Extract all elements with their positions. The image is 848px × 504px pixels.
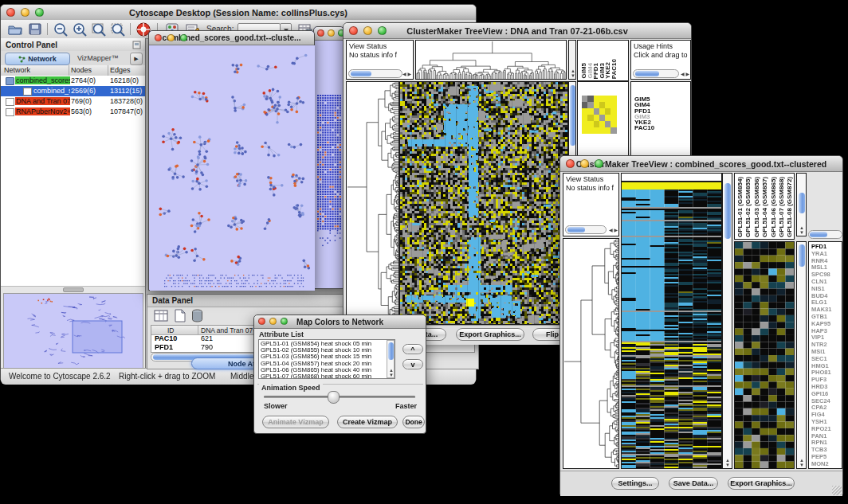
splitter-handle[interactable] [63, 287, 84, 292]
resize-grip[interactable] [832, 486, 842, 495]
speed-slider-track[interactable] [264, 396, 415, 398]
scrollbar-thumb[interactable] [810, 232, 827, 237]
network-table-row[interactable]: combined_sco2569(6)13112(15) [1, 86, 145, 96]
tv1-row-dendrogram[interactable] [346, 81, 399, 325]
tv2-row-dendrogram[interactable] [563, 238, 619, 469]
network-overview-panel[interactable] [3, 293, 143, 370]
matrix-cell[interactable] [594, 102, 599, 108]
data-row-value[interactable]: 621 [201, 334, 213, 342]
scrollbar-thumb[interactable] [351, 71, 371, 76]
matrix-cell[interactable] [599, 96, 605, 102]
attribute-down-button[interactable]: v [402, 359, 423, 369]
scrollbar-thumb[interactable] [799, 193, 805, 213]
matrix-cell[interactable] [587, 108, 593, 115]
network-view-canvas-2[interactable] [315, 41, 344, 288]
matrix-cell[interactable] [594, 127, 599, 134]
network-view-title-bar[interactable]: combined_scores_good.txt--cluste... [149, 31, 314, 45]
matrix-cell[interactable] [594, 108, 599, 115]
window-controls[interactable] [258, 318, 288, 325]
close-button[interactable] [317, 29, 324, 37]
tv1-col-scroll-sliver[interactable]: ▲▼ [568, 40, 576, 80]
data-row-value[interactable]: 790 [201, 343, 213, 351]
treeview1-title-bar[interactable]: ClusterMaker TreeView : DNA and Tran 07-… [344, 23, 691, 39]
tv2-detail-vscrollbar[interactable]: ▲▼ [796, 241, 807, 469]
close-button[interactable] [349, 26, 358, 35]
delete-attribute-icon[interactable] [191, 309, 203, 322]
attribute-up-button[interactable]: ^ [402, 344, 423, 354]
tv2-column-label[interactable]: GPL51-01 (GSM854) [736, 177, 744, 237]
tv2-labels-vscrollbar[interactable]: ▲▼ [796, 173, 807, 236]
zoom-button[interactable] [378, 26, 387, 35]
speed-slider-thumb[interactable] [328, 391, 340, 404]
tv1-row-label[interactable]: PAC10 [634, 125, 690, 131]
matrix-cell[interactable] [587, 115, 593, 121]
window-controls[interactable] [566, 159, 603, 168]
matrix-cell[interactable] [582, 96, 587, 102]
scroll-arrows[interactable]: ◀ ▶ [402, 72, 411, 76]
scrollbar-thumb[interactable] [635, 71, 659, 76]
float-panel-icon[interactable] [132, 41, 141, 49]
minimize-button[interactable] [167, 34, 175, 41]
animate-vizmap-button[interactable]: Animate Vizmap [262, 416, 329, 428]
open-session-icon[interactable] [7, 22, 23, 36]
new-attribute-icon[interactable] [174, 309, 186, 322]
data-row-id[interactable]: PFD1 [155, 343, 173, 351]
scrollbar-thumb[interactable] [388, 342, 394, 360]
window-controls[interactable] [349, 26, 387, 35]
attribute-select-icon[interactable] [154, 310, 169, 322]
matrix-cell[interactable] [582, 127, 587, 134]
scroll-arrows[interactable]: ◀ ▶ [681, 72, 689, 76]
tv2-row-label[interactable]: MON2 [811, 461, 842, 468]
network-window-2-title-bar[interactable] [314, 27, 344, 41]
tv1-column-dendrogram[interactable] [415, 40, 567, 80]
attribute-list-item[interactable]: GPL51-07 (GSM868) heat shock 60 min [261, 373, 395, 379]
tv2-detail-heatmap[interactable] [734, 241, 795, 469]
matrix-cell[interactable] [594, 96, 599, 102]
treeview2-title-bar[interactable]: ClusterMaker TreeView : combined_scores_… [560, 156, 842, 172]
tv2-column-label[interactable]: GPL51-06 (GSM865) [770, 177, 777, 237]
matrix-cell[interactable] [610, 115, 616, 121]
create-vizmap-button[interactable]: Create Vizmap [337, 416, 398, 428]
tv2-column-label[interactable]: GPL51-08 (GSM872) [786, 177, 793, 237]
col-nodes[interactable]: Nodes [71, 66, 92, 74]
col-edges[interactable]: Edges [110, 66, 131, 74]
zoom-selected-icon[interactable] [111, 22, 127, 37]
matrix-cell[interactable] [599, 127, 605, 134]
network-table-row[interactable]: DNA and Tran 07769(0)183728(0) [1, 96, 145, 107]
scrollbar-thumb[interactable] [567, 227, 585, 232]
matrix-cell[interactable] [610, 96, 616, 102]
window-controls[interactable] [317, 29, 344, 37]
matrix-cell[interactable] [582, 121, 587, 127]
dialog-title-bar[interactable]: Map Colors to Network [254, 315, 426, 329]
main-title-bar[interactable]: Cytoscape Desktop (Session Name: collins… [1, 5, 476, 21]
scroll-arrows[interactable]: ◀ ▶ [609, 228, 618, 232]
matrix-cell[interactable] [610, 127, 616, 134]
matrix-cell[interactable] [610, 108, 616, 115]
matrix-cell[interactable] [599, 102, 605, 108]
save-session-icon[interactable] [28, 22, 42, 36]
scrollbar-thumb[interactable] [724, 183, 731, 239]
tv2-export-graphics-button[interactable]: Export Graphics... [728, 477, 795, 490]
tv2-save-data-button[interactable]: Save Data... [669, 477, 718, 490]
minimize-button[interactable] [328, 29, 335, 37]
close-button[interactable] [258, 318, 265, 325]
matrix-cell[interactable] [599, 115, 605, 121]
matrix-cell[interactable] [594, 121, 599, 127]
matrix-cell[interactable] [605, 108, 610, 115]
network-view-canvas[interactable] [150, 45, 315, 291]
tv2-global-heatmap[interactable] [621, 182, 722, 469]
zoom-button[interactable] [281, 318, 288, 325]
close-button[interactable] [6, 8, 15, 17]
window-controls[interactable] [6, 8, 44, 17]
matrix-cell[interactable] [605, 127, 610, 134]
matrix-cell[interactable] [605, 96, 610, 102]
tv2-labels-hscrollbar[interactable] [808, 230, 842, 239]
minimize-button[interactable] [21, 8, 29, 17]
attribute-listbox[interactable]: GPL51-01 (GSM854) heat shock 05 minGPL51… [258, 339, 395, 379]
matrix-cell[interactable] [587, 121, 593, 127]
scrollbar-thumb[interactable] [799, 244, 805, 267]
tv1-export-graphics-button[interactable]: Export Graphics... [456, 328, 524, 341]
matrix-cell[interactable] [582, 108, 587, 115]
zoom-button[interactable] [35, 8, 44, 17]
matrix-cell[interactable] [610, 102, 616, 108]
